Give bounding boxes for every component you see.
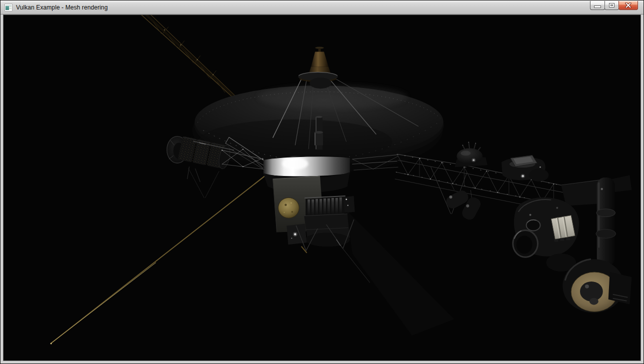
- feed-sub-mast: [314, 116, 323, 150]
- title-bar[interactable]: Vulkan Example - Mesh rendering: [0, 0, 644, 14]
- minimize-button[interactable]: [590, 1, 605, 10]
- platform-side-box: [608, 272, 632, 304]
- minimize-icon: [594, 6, 600, 8]
- louver-panel: [304, 196, 346, 217]
- platform-arm: [596, 178, 616, 266]
- caption-buttons: [590, 1, 638, 10]
- close-icon: [625, 2, 632, 8]
- window-title: Vulkan Example - Mesh rendering: [16, 4, 108, 11]
- maximize-button[interactable]: [604, 1, 619, 10]
- close-button[interactable]: [618, 1, 638, 10]
- app-icon: [4, 4, 12, 12]
- app-window: Vulkan Example - Mesh rendering: [0, 0, 644, 364]
- maximize-icon: [610, 4, 614, 7]
- render-viewport[interactable]: [3, 14, 641, 361]
- spacecraft-scene: [4, 15, 640, 360]
- golden-record: [278, 198, 300, 218]
